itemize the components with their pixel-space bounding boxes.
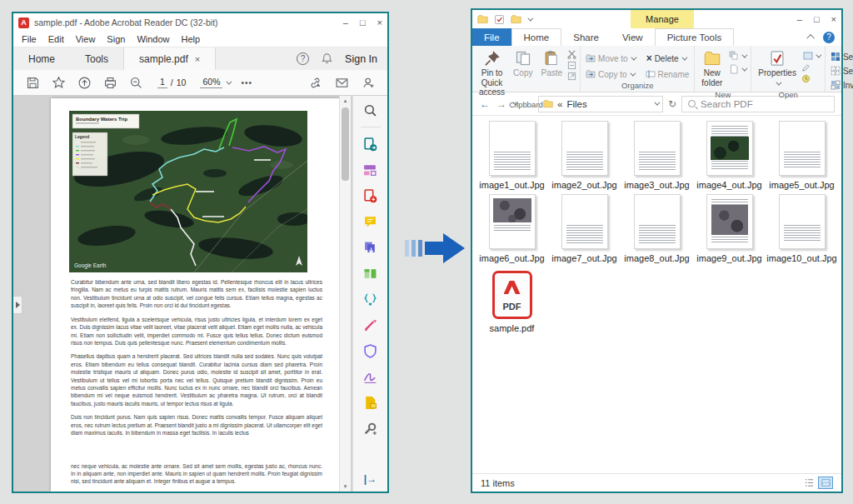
tab-file[interactable]: File (472, 28, 511, 46)
combine-files-icon[interactable] (362, 238, 380, 257)
help-icon[interactable]: ? (297, 52, 309, 65)
maximize-button[interactable]: □ (360, 17, 366, 27)
address-dropdown-icon[interactable] (654, 100, 660, 106)
file-item-image4_out.Jpg[interactable]: PDF image4_out.Jpg (693, 121, 766, 194)
cut-icon[interactable] (567, 50, 576, 59)
certificate-sign-icon[interactable] (362, 367, 380, 386)
tab-share[interactable]: Share (561, 28, 611, 46)
page-number-input[interactable]: 1 (157, 77, 167, 88)
notifications-bell-icon[interactable] (321, 52, 333, 65)
tab-picture-tools[interactable]: Picture Tools (655, 28, 735, 46)
thumbnail-view-button[interactable] (818, 477, 833, 489)
select-none-button[interactable]: Select none (829, 65, 853, 77)
left-panel-toggle[interactable] (13, 296, 22, 314)
menu-help[interactable]: Help (182, 34, 201, 44)
easy-access-icon[interactable] (729, 51, 739, 61)
delete-button[interactable]: ×Delete (645, 52, 687, 65)
expand-panel-icon[interactable]: |→ (364, 473, 377, 485)
share-upload-icon[interactable] (77, 75, 92, 90)
menu-sign[interactable]: Sign (107, 34, 125, 44)
menu-view[interactable]: View (76, 34, 96, 44)
select-all-button[interactable]: Select all (829, 51, 853, 62)
pdf-page[interactable]: Boundary Waters Trip Legend (51, 98, 341, 492)
print-icon[interactable] (102, 75, 117, 90)
properties-button[interactable]: Properties (755, 48, 800, 89)
protect-icon[interactable] (362, 342, 380, 360)
customize-toolbar-icon[interactable] (527, 15, 533, 21)
history-icon[interactable] (801, 74, 811, 83)
menu-file[interactable]: File (22, 34, 37, 44)
close-tab-icon[interactable]: × (195, 54, 200, 64)
acrobat-titlebar[interactable]: A sample.pdf - Adobe Acrobat Reader DC (… (13, 13, 387, 32)
quick-access-properties-icon[interactable] (494, 14, 505, 25)
profile-icon[interactable] (361, 75, 376, 90)
file-item-image8_out.Jpg[interactable]: PDF image8_out.Jpg (621, 194, 693, 267)
tab-home[interactable]: Home (13, 47, 70, 70)
email-icon[interactable] (334, 75, 349, 90)
scroll-down-icon[interactable]: ▾ (340, 482, 351, 492)
details-view-button[interactable] (801, 477, 816, 489)
search-tool-icon[interactable] (362, 101, 380, 119)
invert-selection-button[interactable]: Invert selection (829, 79, 853, 91)
tab-view[interactable]: View (611, 28, 655, 46)
file-item-image7_out.Jpg[interactable]: PDF image7_out.Jpg (548, 194, 621, 267)
sign-in-button[interactable]: Sign In (345, 53, 377, 65)
tab-tools[interactable]: Tools (70, 47, 123, 70)
zoom-dropdown-icon[interactable] (227, 78, 232, 84)
file-item-image9_out.Jpg[interactable]: PDF image9_out.Jpg (693, 194, 766, 267)
file-item-image2_out.Jpg[interactable]: PDF image2_out.Jpg (548, 121, 621, 194)
scan-ocr-icon[interactable] (362, 290, 380, 308)
close-button[interactable]: × (377, 17, 382, 27)
tab-document[interactable]: sample.pdf × (123, 47, 216, 70)
create-pdf-icon[interactable] (362, 187, 380, 205)
file-item-image3_out.Jpg[interactable]: PDF image3_out.Jpg (621, 121, 693, 194)
edit-pdf-icon[interactable] (362, 161, 380, 179)
stamp-icon[interactable] (362, 393, 380, 412)
explorer-titlebar[interactable]: Manage – □ × (472, 10, 841, 28)
file-item-image6_out.Jpg[interactable]: PDF image6_out.Jpg (476, 194, 548, 267)
save-icon[interactable] (25, 75, 40, 90)
scrollbar-thumb[interactable] (342, 107, 349, 181)
zoom-out-icon[interactable] (128, 75, 143, 90)
tab-home[interactable]: Home (511, 28, 562, 46)
comment-icon[interactable] (362, 212, 380, 231)
rename-button[interactable]: Rename (644, 68, 691, 80)
more-tools-icon[interactable] (362, 419, 380, 437)
new-folder-button[interactable]: New folder (698, 48, 726, 89)
explorer-help-icon[interactable]: ? (823, 32, 835, 43)
copy-path-icon[interactable] (567, 61, 576, 70)
share-link-icon[interactable] (307, 75, 322, 90)
open-icon[interactable] (803, 51, 813, 61)
quick-access-folder-icon[interactable] (477, 14, 488, 25)
edit-icon[interactable] (801, 63, 811, 72)
export-pdf-icon[interactable] (362, 135, 380, 153)
menu-window[interactable]: Window (137, 34, 169, 44)
scroll-up-icon[interactable]: ▴ (340, 96, 351, 106)
file-item-image1_out.Jpg[interactable]: PDF image1_out.Jpg (476, 121, 548, 194)
quick-access-newfolder-icon[interactable] (511, 14, 521, 25)
vertical-scrollbar[interactable]: ▴ ▾ (339, 96, 351, 492)
menu-edit[interactable]: Edit (48, 34, 64, 44)
file-item-image5_out.Jpg[interactable]: PDF image5_out.Jpg (766, 121, 838, 194)
zoom-level-input[interactable]: 60% (200, 77, 222, 88)
copy-to-button[interactable]: Copy to (584, 68, 635, 80)
minimize-button[interactable]: – (797, 14, 802, 24)
pin-to-quick-access-button[interactable]: Pin to Quick access (476, 48, 508, 99)
maximize-button[interactable]: □ (814, 14, 820, 24)
fill-sign-icon[interactable] (362, 316, 380, 334)
collapse-ribbon-icon[interactable] (806, 34, 815, 42)
paste-button[interactable]: Paste (537, 48, 566, 80)
file-item-sample.pdf[interactable]: PDF sample.pdf (476, 267, 548, 341)
file-item-image10_out.Jpg[interactable]: PDF image10_out.Jpg (766, 194, 838, 267)
new-item-icon[interactable] (729, 64, 739, 74)
file-name: image9_out.Jpg (696, 253, 761, 263)
close-button[interactable]: × (831, 14, 836, 24)
star-favorite-icon[interactable] (51, 75, 66, 90)
more-tools-ellipsis[interactable]: ••• (241, 78, 252, 87)
copy-button[interactable]: Copy (510, 48, 536, 80)
refresh-icon[interactable]: ↻ (668, 98, 676, 110)
minimize-button[interactable]: – (343, 17, 348, 27)
organize-pages-icon[interactable] (362, 264, 380, 282)
move-to-button[interactable]: Move to (584, 52, 636, 65)
paste-shortcut-icon[interactable] (567, 72, 576, 81)
